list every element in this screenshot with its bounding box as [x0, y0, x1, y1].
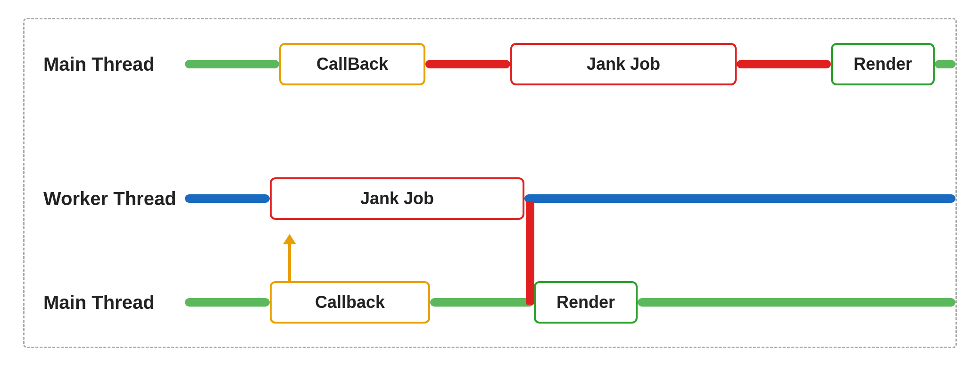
render-top-box: Render	[831, 43, 935, 85]
bottom-green-right	[638, 298, 955, 307]
jank-top-box: Jank Job	[510, 43, 737, 85]
top-red-right	[737, 60, 831, 68]
worker-track: Jank Job	[185, 180, 955, 217]
top-track: CallBack Jank Job Render	[185, 45, 955, 83]
render-bottom-box: Render	[534, 281, 638, 324]
diagram-container: Main Thread CallBack Jank Job Render	[23, 18, 957, 348]
top-red-mid	[425, 60, 510, 68]
arrow-shaft	[288, 244, 291, 282]
bottom-green-mid	[430, 298, 534, 307]
top-green-left	[185, 60, 279, 68]
top-thread-label: Main Thread	[25, 54, 185, 75]
worker-row: Worker Thread Jank Job	[25, 180, 955, 217]
bottom-track: Callback Render	[185, 283, 955, 321]
vertical-red-connector	[526, 201, 534, 305]
yellow-arrow-up	[283, 234, 296, 286]
bottom-thread-label: Main Thread	[25, 292, 185, 313]
top-row: Main Thread CallBack Jank Job Render	[25, 45, 955, 83]
top-green-right	[935, 60, 955, 68]
worker-blue-left	[185, 194, 270, 203]
callback-top-box: CallBack	[279, 43, 425, 85]
bottom-green-left	[185, 298, 270, 307]
jank-worker-box: Jank Job	[270, 177, 524, 220]
bottom-row: Main Thread Callback Render	[25, 283, 955, 321]
callback-bottom-box: Callback	[270, 281, 430, 324]
worker-thread-label: Worker Thread	[25, 188, 185, 209]
worker-blue-right	[524, 194, 955, 203]
arrow-head-icon	[283, 234, 296, 244]
